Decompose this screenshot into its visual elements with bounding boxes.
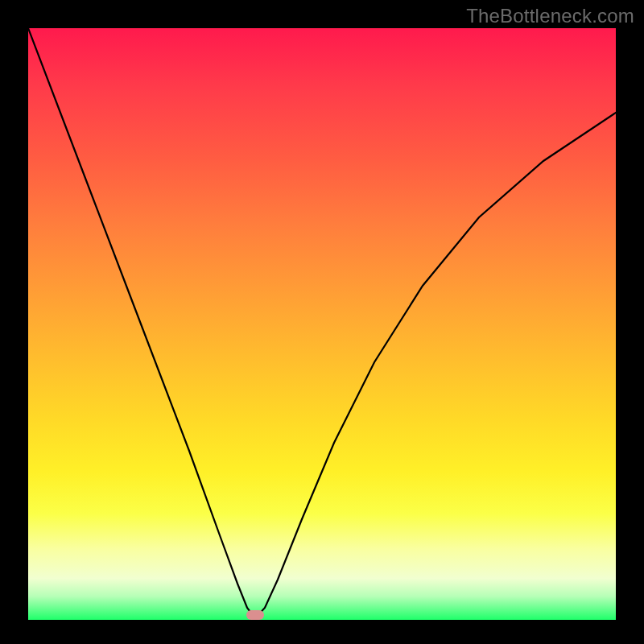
chart-frame: TheBottleneck.com (0, 0, 644, 644)
bottleneck-curve (28, 28, 616, 618)
minimum-marker (246, 610, 264, 620)
curve-svg (28, 28, 616, 620)
watermark-text: TheBottleneck.com (466, 5, 634, 27)
plot-area (28, 28, 616, 620)
